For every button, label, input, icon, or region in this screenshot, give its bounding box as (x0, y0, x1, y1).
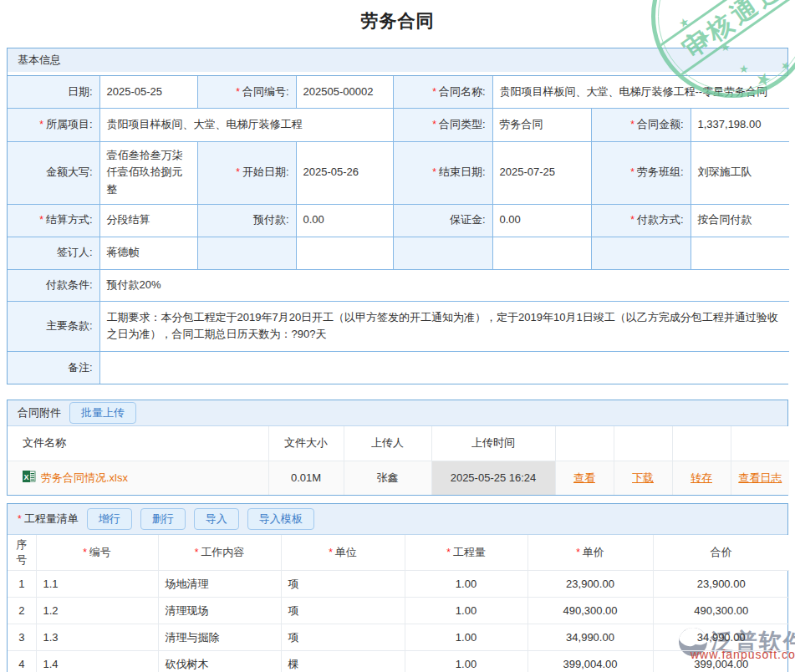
boq-header-row: 序号 *编号 *工作内容 *单位 *工程量 *单价 合价 (8, 535, 789, 571)
column-header-unit: *单位 (281, 535, 405, 571)
table-row: 备注: (8, 351, 789, 384)
required-icon: * (236, 166, 240, 178)
boq-cell-total-price: 399,004.00 (653, 651, 789, 672)
column-header-upload-time: 上传时间 (431, 426, 555, 461)
required-icon: * (18, 513, 22, 525)
boq-row: 3 1.3 清理与掘除 项 1.00 34,990.00 34,990.00 (8, 624, 789, 651)
boq-row: 2 1.2 清理现场 项 1.00 490,300.00 490,300.00 (8, 598, 789, 624)
boq-cell-unit: 项 (281, 624, 405, 651)
attachments-section: 合同附件 批量上传 文件名称 文件大小 上传人 上传时间 (7, 400, 788, 496)
boq-cell-work-content: 砍伐树木 (158, 651, 281, 672)
column-header-index: 序号 (8, 535, 36, 571)
required-icon: * (432, 119, 436, 130)
field-label-contract-amount: *合同金额: (591, 108, 691, 141)
boq-cell-index: 4 (8, 651, 36, 672)
boq-title: 工程量清单 (24, 512, 79, 527)
basic-info-section: 基本信息 日期: 2025-05-25 *合同编号: 202505-00002 … (7, 48, 788, 384)
import-template-button[interactable]: 导入模板 (247, 508, 314, 530)
column-header-file-size: 文件大小 (268, 426, 344, 461)
table-row: 金额大写: 壹佰叁拾叁万柒仟壹佰玖拾捌元整 *开始日期: 2025-05-26 … (8, 141, 789, 204)
attachment-action-cell: 查看 (555, 461, 614, 495)
download-link[interactable]: 下载 (632, 471, 654, 484)
save-as-link[interactable]: 转存 (691, 471, 712, 484)
boq-header: * 工程量清单 增行 删行 导入 导入模板 (8, 504, 787, 535)
required-icon: * (630, 119, 634, 130)
attachment-file-name[interactable]: 劳务合同情况.xlsx (41, 471, 128, 484)
required-icon: * (39, 214, 43, 226)
field-value-project: 贵阳项目样板间、大堂、电梯厅装修工程 (99, 108, 393, 141)
field-value-prepayment: 0.00 (296, 204, 393, 237)
attachment-uploader: 张鑫 (344, 461, 431, 495)
boq-cell-total-price: 23,900.00 (653, 571, 789, 598)
required-icon: * (195, 547, 199, 558)
boq-cell-work-content: 清理现场 (158, 598, 281, 624)
table-row: 主要条款: 工期要求：本分包工程定于2019年7月20日开工（以甲方签发的开工通… (8, 301, 789, 351)
attachment-file-size: 0.01M (268, 461, 344, 495)
required-icon: * (83, 547, 87, 558)
boq-row: 4 1.4 砍伐树木 棵 1.00 399,004.00 399,004.00 (8, 651, 789, 672)
column-header-work-content: *工作内容 (158, 535, 281, 571)
field-label-settlement: *结算方式: (8, 204, 99, 237)
boq-cell-index: 2 (8, 598, 36, 624)
add-row-button[interactable]: 增行 (87, 508, 132, 530)
excel-file-icon: X (23, 470, 36, 483)
column-header-quantity: *工程量 (405, 535, 527, 571)
import-button[interactable]: 导入 (194, 508, 239, 530)
attachment-row: X 劳务合同情况.xlsx 0.01M 张鑫 2025-05-25 16:24 … (8, 461, 789, 495)
boq-cell-unit-price: 399,004.00 (527, 651, 653, 672)
attachment-actions-header-cell (555, 426, 614, 461)
attachment-actions-header-cell (672, 426, 731, 461)
boq-cell-index: 1 (8, 571, 36, 598)
attachment-upload-time: 2025-05-25 16:24 (431, 461, 555, 495)
view-log-link[interactable]: 查看日志 (738, 471, 782, 484)
required-icon: * (432, 86, 436, 98)
boq-cell-work-content: 清理与掘除 (158, 624, 281, 651)
boq-cell-unit-price: 490,300.00 (527, 598, 653, 624)
batch-upload-button[interactable]: 批量上传 (69, 402, 136, 424)
required-icon: * (39, 119, 43, 130)
empty-label-cell (591, 237, 691, 269)
column-header-unit-price: *单价 (527, 535, 653, 571)
boq-cell-unit-price: 23,900.00 (527, 571, 653, 598)
attachments-table: 文件名称 文件大小 上传人 上传时间 (8, 426, 789, 495)
table-row: *所属项目: 贵阳项目样板间、大堂、电梯厅装修工程 *合同类型: 劳务合同 *合… (8, 108, 789, 141)
boq-cell-code: 1.3 (36, 624, 158, 651)
svg-text:X: X (23, 473, 28, 481)
basic-info-title: 基本信息 (18, 53, 61, 68)
boq-cell-quantity: 1.00 (405, 571, 527, 598)
field-label-project: *所属项目: (8, 108, 99, 141)
boq-cell-work-content: 场地清理 (158, 571, 281, 598)
boq-cell-total-price: 490,300.00 (653, 598, 789, 624)
field-value-contract-amount: 1,337,198.00 (691, 108, 789, 141)
boq-cell-unit: 棵 (281, 651, 405, 672)
field-label-date: 日期: (8, 76, 99, 108)
field-value-remark (99, 351, 789, 384)
attachments-header-row: 文件名称 文件大小 上传人 上传时间 (8, 426, 789, 461)
field-label-contract-type: *合同类型: (393, 108, 492, 141)
required-icon: * (236, 86, 240, 98)
required-icon: * (329, 547, 333, 558)
required-icon: * (446, 547, 451, 558)
boq-cell-index: 3 (8, 624, 36, 651)
required-icon: * (576, 547, 580, 558)
attachment-actions-header-cell (731, 426, 789, 461)
field-label-start-date: *开始日期: (197, 141, 296, 204)
attachment-action-cell: 转存 (672, 461, 731, 495)
boq-row: 1 1.1 场地清理 项 1.00 23,900.00 23,900.00 (8, 571, 789, 598)
field-label-prepayment: 预付款: (197, 204, 296, 237)
boq-cell-code: 1.2 (36, 598, 158, 624)
attachment-action-cell: 下载 (614, 461, 672, 495)
field-value-date: 2025-05-25 (99, 76, 197, 108)
field-value-end-date: 2025-07-25 (492, 141, 591, 204)
required-icon: * (630, 214, 634, 226)
empty-value-cell (691, 237, 789, 269)
empty-label-cell (197, 237, 296, 269)
view-link[interactable]: 查看 (573, 471, 595, 484)
empty-label-cell (393, 237, 492, 269)
attachment-action-cell: 查看日志 (731, 461, 789, 495)
delete-row-button[interactable]: 删行 (140, 508, 186, 530)
boq-section: * 工程量清单 增行 删行 导入 导入模板 序号 *编号 *工作内容 *单位 *… (7, 503, 788, 672)
field-label-payment-method: *付款方式: (591, 204, 691, 237)
field-value-deposit: 0.00 (492, 204, 591, 237)
boq-cell-code: 1.1 (36, 571, 158, 598)
